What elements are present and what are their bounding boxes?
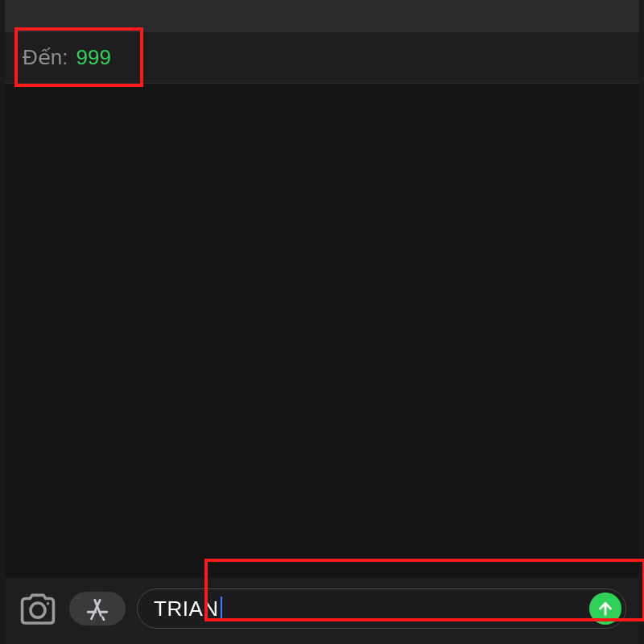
recipient-row[interactable]: Đến: 999	[5, 32, 639, 84]
message-input[interactable]: TRIAN	[137, 588, 626, 629]
to-label: Đến:	[23, 45, 68, 70]
compose-bar: TRIAN	[5, 578, 639, 644]
svg-point-1	[47, 602, 49, 605]
svg-point-0	[31, 603, 45, 617]
message-text: TRIAN	[154, 597, 219, 621]
appstore-icon[interactable]	[69, 592, 126, 625]
messages-screen: Đến: 999 TRIAN	[5, 0, 639, 644]
send-button[interactable]	[589, 592, 621, 625]
camera-icon[interactable]	[18, 592, 58, 625]
text-cursor	[221, 597, 223, 621]
conversation-body	[5, 84, 639, 578]
status-bar	[5, 0, 639, 32]
recipient-value: 999	[76, 45, 110, 70]
